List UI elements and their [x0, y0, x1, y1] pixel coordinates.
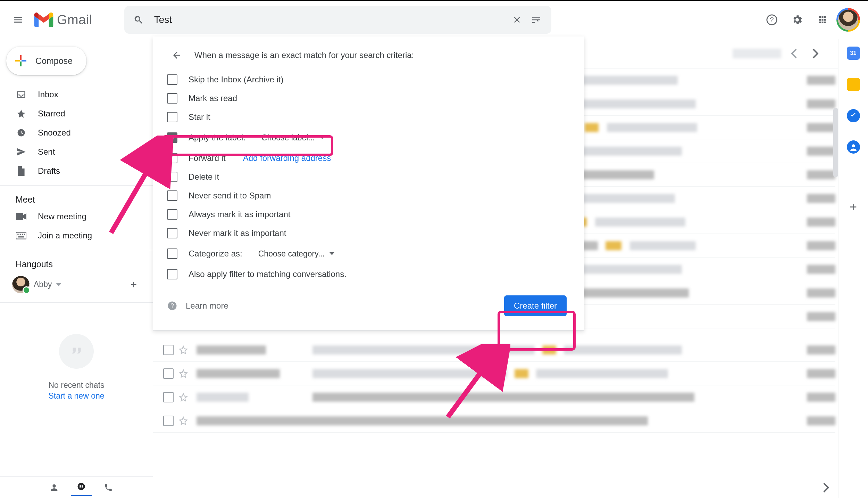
main-menu-button[interactable]	[4, 6, 32, 34]
row-checkbox[interactable]	[163, 345, 174, 355]
apps-button[interactable]	[813, 10, 832, 30]
hangouts-avatar	[12, 276, 30, 293]
gmail-logo[interactable]: Gmail	[34, 13, 92, 27]
svg-rect-10	[20, 234, 21, 235]
row-star-icon[interactable]	[178, 345, 188, 355]
sidebar-item-new-meeting[interactable]: New meeting	[0, 207, 153, 226]
row-star-icon[interactable]	[178, 369, 188, 378]
filter-option-never-spam[interactable]: Never send it to Spam	[157, 186, 581, 205]
filter-option-forward[interactable]: Forward it Add forwarding address	[157, 149, 581, 168]
mail-row[interactable]	[153, 362, 835, 385]
checkbox[interactable]	[167, 209, 177, 220]
sidebar-item-snoozed[interactable]: Snoozed	[0, 123, 153, 142]
row-checkbox[interactable]	[163, 368, 174, 379]
account-avatar[interactable]	[838, 10, 858, 30]
hangouts-user-name: Abby	[34, 280, 52, 289]
sidebar-bottom-tabs	[0, 476, 153, 498]
filter-option-never-important[interactable]: Never mark it as important	[157, 224, 581, 243]
compose-label: Compose	[35, 56, 73, 66]
support-button[interactable]: ?	[762, 10, 781, 30]
search-options-button[interactable]	[527, 10, 546, 30]
hangouts-tab-icon	[76, 482, 86, 492]
prev-page-button[interactable]	[784, 49, 803, 58]
row-checkbox[interactable]	[163, 416, 174, 426]
scrollbar-thumb[interactable]	[833, 108, 838, 177]
compose-button[interactable]: Compose	[6, 47, 86, 75]
svg-text:?: ?	[170, 302, 174, 309]
search-input[interactable]	[147, 14, 508, 25]
tasks-addon[interactable]	[847, 109, 860, 122]
checkbox[interactable]	[167, 132, 177, 143]
choose-label-select[interactable]: Choose label...	[257, 131, 327, 145]
start-chat-link[interactable]: Start a new one	[48, 391, 104, 401]
svg-rect-5	[22, 60, 26, 62]
tab-contacts[interactable]	[44, 479, 65, 496]
sidebar-item-sent[interactable]: Sent	[0, 142, 153, 161]
row-star-icon[interactable]	[178, 392, 188, 402]
sidebar-item-label: Starred	[38, 109, 65, 119]
filter-option-categorize[interactable]: Categorize as: Choose category...	[157, 243, 581, 265]
checkbox[interactable]	[167, 172, 177, 182]
avatar-image	[838, 10, 858, 30]
get-addons-button[interactable]: +	[850, 200, 857, 214]
person-icon	[49, 483, 59, 492]
filter-option-always-important[interactable]: Always mark it as important	[157, 205, 581, 224]
caret-down-icon	[56, 282, 61, 287]
clear-search-button[interactable]	[508, 10, 527, 30]
filter-option-delete[interactable]: Delete it	[157, 168, 581, 186]
filter-option-mark-read[interactable]: Mark as read	[157, 89, 581, 108]
search-icon[interactable]	[130, 11, 147, 28]
svg-rect-12	[24, 234, 25, 235]
filter-option-also-apply[interactable]: Also apply filter to matching conversati…	[157, 265, 581, 284]
tab-hangouts[interactable]	[71, 479, 92, 496]
gmail-text: Gmail	[57, 13, 92, 27]
sidebar-item-starred[interactable]: Starred	[0, 104, 153, 123]
filter-heading: When a message is an exact match for you…	[194, 50, 414, 60]
option-label: Also apply filter to matching conversati…	[189, 269, 347, 279]
hangouts-user-row[interactable]: Abby	[0, 271, 153, 297]
option-label: Mark as read	[189, 93, 237, 103]
filter-option-star-it[interactable]: Star it	[157, 108, 581, 126]
learn-more-link[interactable]: ? Learn more	[167, 301, 228, 311]
gmail-icon	[34, 13, 53, 27]
sidebar-item-inbox[interactable]: Inbox	[0, 85, 153, 104]
calendar-addon[interactable]	[847, 47, 860, 60]
choose-category-select[interactable]: Choose category...	[253, 247, 337, 261]
create-filter-button[interactable]: Create filter	[504, 295, 567, 316]
phone-icon	[104, 483, 113, 492]
settings-button[interactable]	[787, 10, 807, 30]
help-icon: ?	[766, 14, 778, 26]
sidebar-item-drafts[interactable]: Drafts	[0, 161, 153, 180]
checkbox[interactable]	[167, 269, 177, 279]
side-panel-toggle[interactable]	[823, 483, 830, 495]
add-forwarding-link[interactable]: Add forwarding address	[243, 153, 331, 163]
row-checkbox[interactable]	[163, 392, 174, 402]
filter-back-button[interactable]	[167, 46, 186, 65]
next-page-button[interactable]	[806, 49, 825, 58]
filter-option-skip-inbox[interactable]: Skip the Inbox (Archive it)	[157, 70, 581, 89]
checkbox[interactable]	[167, 93, 177, 104]
checkbox[interactable]	[167, 248, 177, 259]
search-bar	[124, 6, 551, 34]
send-icon	[16, 146, 27, 157]
sidebar-item-label: Join a meeting	[38, 231, 92, 240]
tab-phone[interactable]	[98, 479, 119, 496]
mail-row[interactable]	[153, 338, 835, 362]
contacts-addon[interactable]	[847, 140, 860, 154]
filter-option-apply-label[interactable]: Apply the label: Choose label...	[157, 126, 581, 149]
new-chat-button[interactable]	[124, 275, 143, 294]
checkbox[interactable]	[167, 228, 177, 238]
mail-row[interactable]	[153, 409, 835, 433]
row-star-icon[interactable]	[178, 416, 188, 426]
option-label: Star it	[189, 112, 210, 122]
keep-addon[interactable]	[847, 78, 860, 91]
sidebar-item-join-meeting[interactable]: Join a meeting	[0, 226, 153, 245]
filter-panel: When a message is an exact match for you…	[153, 36, 584, 330]
plus-icon	[15, 55, 27, 67]
checkbox[interactable]	[167, 112, 177, 122]
checkbox[interactable]	[167, 190, 177, 201]
mail-row[interactable]	[153, 385, 835, 409]
checkbox[interactable]	[167, 74, 177, 85]
hangouts-icon	[59, 334, 94, 369]
checkbox[interactable]	[167, 153, 177, 163]
